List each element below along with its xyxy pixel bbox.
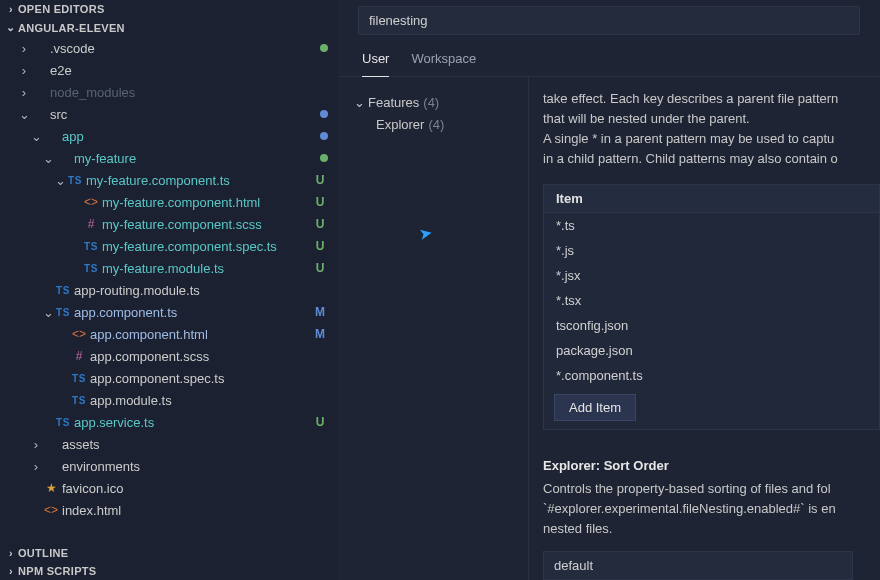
file-item[interactable]: #app.component.scss [0, 345, 338, 367]
file-item[interactable]: TSapp.service.tsU [0, 411, 338, 433]
git-status-dot [320, 132, 328, 140]
category-count: (4) [428, 117, 444, 132]
file-label: my-feature [74, 151, 320, 166]
file-item[interactable]: ⌄TSmy-feature.component.tsU [0, 169, 338, 191]
ts-icon: TS [70, 371, 88, 385]
chevron-right-icon: › [4, 547, 18, 559]
sort-order-select[interactable]: default [543, 551, 853, 580]
ts-icon: TS [70, 393, 88, 407]
file-label: index.html [62, 503, 328, 518]
folder-item[interactable]: ⌄src [0, 103, 338, 125]
folder-item[interactable]: ›e2e [0, 59, 338, 81]
git-status-badge: U [312, 239, 328, 253]
section-open-editors[interactable]: › OPEN EDITORS [0, 0, 338, 18]
ts-icon: TS [82, 239, 100, 253]
category-features[interactable]: ⌄ Features (4) [348, 91, 518, 113]
html-icon: <> [42, 503, 60, 517]
chevron-down-icon: ⌄ [354, 95, 368, 110]
ts-icon: TS [66, 173, 84, 187]
section-label: OPEN EDITORS [18, 3, 105, 15]
chevron-down-icon[interactable]: ⌄ [42, 151, 54, 166]
file-label: .vscode [50, 41, 320, 56]
file-label: app-routing.module.ts [74, 283, 328, 298]
section-label: ANGULAR-ELEVEN [18, 22, 125, 34]
section-npm-scripts[interactable]: › NPM SCRIPTS [0, 562, 338, 580]
section-label: NPM SCRIPTS [18, 565, 96, 577]
setting-title: Explorer: Sort Order [543, 458, 880, 473]
chevron-right-icon: › [4, 3, 18, 15]
category-count: (4) [423, 95, 439, 110]
folder-item[interactable]: ›assets [0, 433, 338, 455]
file-label: app.component.html [90, 327, 312, 342]
section-outline[interactable]: › OUTLINE [0, 544, 338, 562]
chevron-down-icon[interactable]: ⌄ [30, 129, 42, 144]
git-status-badge: U [312, 195, 328, 209]
chevron-right-icon: › [4, 565, 18, 577]
file-item[interactable]: TSmy-feature.component.spec.tsU [0, 235, 338, 257]
folder-item[interactable]: ›environments [0, 455, 338, 477]
html-icon: <> [70, 327, 88, 341]
category-label: Explorer [376, 117, 424, 132]
pattern-row[interactable]: package.json [544, 338, 879, 363]
settings-search-input[interactable] [358, 6, 860, 35]
scss-icon: # [82, 217, 100, 231]
file-label: app.component.ts [74, 305, 312, 320]
file-label: app.service.ts [74, 415, 312, 430]
file-item[interactable]: #my-feature.component.scssU [0, 213, 338, 235]
file-item[interactable]: TSapp.module.ts [0, 389, 338, 411]
folder-item[interactable]: ⌄app [0, 125, 338, 147]
file-item[interactable]: <>my-feature.component.htmlU [0, 191, 338, 213]
settings-category-tree: ⌄ Features (4) Explorer (4) [338, 77, 528, 580]
chevron-down-icon[interactable]: ⌄ [18, 107, 30, 122]
chevron-down-icon[interactable]: ⌄ [42, 305, 54, 320]
chevron-right-icon[interactable]: › [18, 85, 30, 100]
pattern-row[interactable]: *.tsx [544, 288, 879, 313]
folder-item[interactable]: ›.vscode [0, 37, 338, 59]
settings-content: take effect. Each key describes a parent… [528, 77, 880, 580]
folder-item[interactable]: ⌄my-feature [0, 147, 338, 169]
git-status-dot [320, 154, 328, 162]
pattern-row[interactable]: *.js [544, 238, 879, 263]
pattern-row[interactable]: *.jsx [544, 263, 879, 288]
setting-sort-order: Explorer: Sort Order Controls the proper… [543, 458, 880, 580]
tab-user[interactable]: User [362, 51, 389, 77]
file-item[interactable]: ★favicon.ico [0, 477, 338, 499]
settings-editor: User Workspace ⌄ Features (4) Explorer (… [338, 0, 880, 580]
file-item[interactable]: TSmy-feature.module.tsU [0, 257, 338, 279]
setting-description: Controls the property-based sorting of f… [543, 479, 880, 539]
file-item[interactable]: <>app.component.htmlM [0, 323, 338, 345]
git-status-badge: U [312, 261, 328, 275]
folder-item[interactable]: ›node_modules [0, 81, 338, 103]
add-item-button[interactable]: Add Item [554, 394, 636, 421]
file-item[interactable]: TSapp.component.spec.ts [0, 367, 338, 389]
file-item[interactable]: TSapp-routing.module.ts [0, 279, 338, 301]
scss-icon: # [70, 349, 88, 363]
file-item[interactable]: ⌄TSapp.component.tsM [0, 301, 338, 323]
ts-icon: TS [54, 283, 72, 297]
file-label: app.component.scss [90, 349, 328, 364]
chevron-down-icon[interactable]: ⌄ [54, 173, 66, 188]
git-status-badge: M [312, 327, 328, 341]
git-status-badge: U [312, 415, 328, 429]
chevron-right-icon[interactable]: › [30, 459, 42, 474]
category-label: Features [368, 95, 419, 110]
git-status-dot [320, 110, 328, 118]
html-icon: <> [82, 195, 100, 209]
pattern-row[interactable]: *.component.ts [544, 363, 879, 388]
file-label: app [62, 129, 320, 144]
chevron-right-icon[interactable]: › [30, 437, 42, 452]
file-tree: ›.vscode›e2e›node_modules⌄src⌄app⌄my-fea… [0, 37, 338, 544]
file-label: environments [62, 459, 328, 474]
pattern-row[interactable]: *.ts [544, 213, 879, 238]
file-label: favicon.ico [62, 481, 328, 496]
ts-icon: TS [82, 261, 100, 275]
section-project[interactable]: ⌄ ANGULAR-ELEVEN [0, 18, 338, 37]
tab-workspace[interactable]: Workspace [411, 51, 476, 76]
file-item[interactable]: <>index.html [0, 499, 338, 521]
setting-description: take effect. Each key describes a parent… [543, 89, 880, 170]
chevron-right-icon[interactable]: › [18, 63, 30, 78]
category-explorer[interactable]: Explorer (4) [348, 113, 518, 135]
pattern-row[interactable]: tsconfig.json [544, 313, 879, 338]
file-label: my-feature.component.html [102, 195, 312, 210]
chevron-right-icon[interactable]: › [18, 41, 30, 56]
